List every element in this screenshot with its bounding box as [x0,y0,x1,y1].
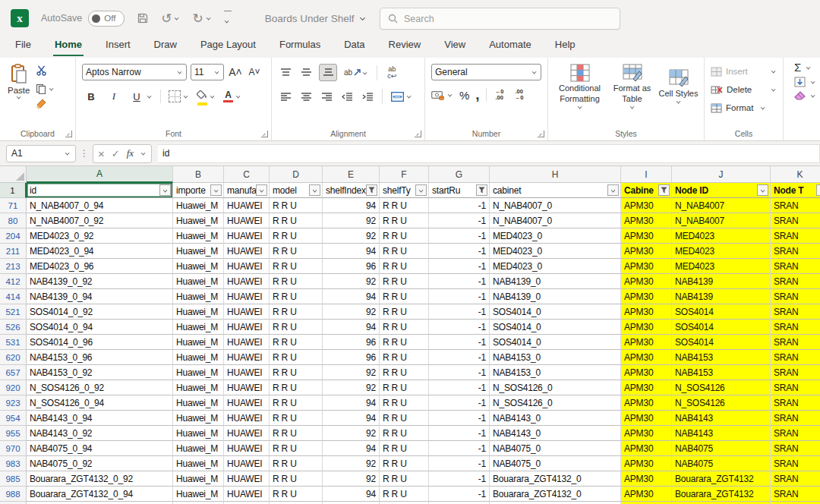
chevron-down-icon[interactable] [448,93,453,97]
cell-nodeType[interactable]: SRAN [771,456,820,471]
search-input[interactable]: Search [380,8,620,30]
cell-model[interactable]: R R U [270,259,323,274]
cell-cabinetType[interactable]: APM30 [621,259,672,274]
cell-cabinet[interactable]: MED4023_0 [490,228,621,244]
cell-nodeType[interactable]: SRAN [771,228,820,244]
cell-shelfIndex[interactable]: 94 [323,441,380,456]
row-number[interactable]: 213 [0,259,27,274]
cell-id[interactable]: N_NAB4007_0_92 [27,213,173,228]
cell-startRu[interactable]: -1 [429,411,490,426]
cell-cabinetType[interactable]: APM30 [621,335,672,350]
cell-shelfIndex[interactable]: 94 [323,244,380,259]
cell-nodeId[interactable]: NAB4139 [672,274,771,289]
cell-shelfType[interactable]: R R U [380,228,429,244]
cell-imported[interactable]: Huawei_M [173,471,224,487]
cell-nodeType[interactable]: SRAN [771,441,820,456]
cell-cabinet[interactable]: NAB4075_0 [490,441,621,456]
cell-imported[interactable]: Huawei_M [173,274,224,289]
chevron-down-icon[interactable] [141,152,146,156]
cell-nodeType[interactable]: SRAN [771,487,820,502]
cell-startRu[interactable]: -1 [429,228,490,244]
filter-applied-button[interactable] [658,184,670,196]
cell-id[interactable]: NAB4143_0_94 [27,411,173,426]
cell-model[interactable]: R R U [270,320,323,335]
number-format-select[interactable]: General [431,64,541,80]
format-painter-button[interactable] [36,99,55,112]
cell-shelfType[interactable]: R R U [380,395,429,411]
accounting-format-button[interactable] [431,90,453,100]
chevron-down-icon[interactable] [811,80,815,84]
wrap-text-button[interactable]: abc↩ [387,66,396,80]
cell-shelfType[interactable]: R R U [380,441,429,456]
cell-cabinetType[interactable]: APM30 [621,471,672,487]
cell-styles-button[interactable]: Cell Styles [658,68,700,104]
decrease-decimal-button[interactable]: .00→0 [512,89,526,102]
cell-shelfType[interactable]: R R U [380,456,429,471]
orientation-button[interactable]: ab [344,68,368,77]
cell-manufacturer[interactable]: HUAWEI [224,471,270,487]
tab-automate[interactable]: Automate [487,36,533,55]
cell-manufacturer[interactable]: HUAWEI [224,320,270,335]
cell-startRu[interactable]: -1 [429,426,490,441]
cell-id[interactable]: SOS4014_0_92 [27,304,173,320]
cell-shelfIndex[interactable]: 96 [323,259,380,274]
row-number[interactable]: 920 [0,380,27,395]
cell-nodeId[interactable]: MED4023 [672,228,771,244]
cell-id[interactable]: MED4023_0_94 [27,244,173,259]
cell-shelfType[interactable]: R R U [380,259,429,274]
cell-cabinetType[interactable]: APM30 [621,350,672,365]
cell-imported[interactable]: Huawei_M [173,426,224,441]
cell-imported[interactable]: Huawei_M [173,259,224,274]
cell-nodeType[interactable]: SRAN [771,395,820,411]
cell-shelfIndex[interactable]: 92 [323,213,380,228]
cell-id[interactable]: NAB4153_0_96 [27,350,173,365]
header-cell-shelfIndex[interactable]: shelfIndex [323,183,380,198]
cell-cabinet[interactable]: N_NAB4007_0 [490,198,621,213]
font-name-select[interactable]: Aptos Narrow [82,64,187,80]
row-number[interactable]: 985 [0,471,27,487]
chevron-down-icon[interactable] [207,17,211,20]
cell-nodeType[interactable]: SRAN [771,350,820,365]
cell-nodeId[interactable]: N_NAB4007 [672,198,771,213]
cell-startRu[interactable]: -1 [429,213,490,228]
cell-nodeId[interactable]: MED4023 [672,244,771,259]
cell-shelfIndex[interactable]: 92 [323,426,380,441]
align-right-button[interactable] [319,89,334,104]
cell-startRu[interactable]: -1 [429,259,490,274]
cell-startRu[interactable]: -1 [429,487,490,502]
cell-model[interactable]: R R U [270,304,323,320]
cell-nodeId[interactable]: NAB4153 [672,350,771,365]
chevron-down-icon[interactable] [210,95,215,99]
cell-shelfIndex[interactable]: 92 [323,304,380,320]
filter-dropdown-button[interactable] [757,184,768,196]
cell-model[interactable]: R R U [270,441,323,456]
increase-decimal-button[interactable]: ←0.00 [493,89,506,102]
filter-dropdown-button[interactable] [309,184,320,196]
cell-nodeId[interactable]: NAB4075 [672,441,771,456]
cell-cabinet[interactable]: N_NAB4007_0 [490,213,621,228]
font-color-button[interactable]: A [223,91,241,103]
cell-startRu[interactable]: -1 [429,441,490,456]
cell-manufacturer[interactable]: HUAWEI [224,441,270,456]
cell-shelfIndex[interactable]: 94 [323,289,380,304]
cell-cabinet[interactable]: SOS4014_0 [490,335,621,350]
cell-cabinetType[interactable]: APM30 [621,411,672,426]
cell-id[interactable]: N_SOS4126_0_94 [27,395,173,411]
cell-nodeId[interactable]: SOS4014 [672,320,771,335]
cell-cabinetType[interactable]: APM30 [621,228,672,244]
cell-id[interactable]: NAB4153_0_92 [27,365,173,380]
chevron-down-icon[interactable] [771,88,776,92]
chevron-down-icon[interactable] [49,87,54,91]
underline-button[interactable]: U [129,91,144,102]
cell-cabinetType[interactable]: APM30 [621,274,672,289]
align-top-button[interactable] [278,65,293,80]
cell-manufacturer[interactable]: HUAWEI [224,213,270,228]
cell-shelfType[interactable]: R R U [380,320,429,335]
cell-imported[interactable]: Huawei_M [173,411,224,426]
column-header-I[interactable]: I [621,166,672,183]
formula-bar-grip[interactable]: ⋮ [80,148,89,159]
cell-nodeType[interactable]: SRAN [771,289,820,304]
cell-manufacturer[interactable]: HUAWEI [224,456,270,471]
percent-style-button[interactable]: % [459,89,469,102]
cell-model[interactable]: R R U [270,274,323,289]
